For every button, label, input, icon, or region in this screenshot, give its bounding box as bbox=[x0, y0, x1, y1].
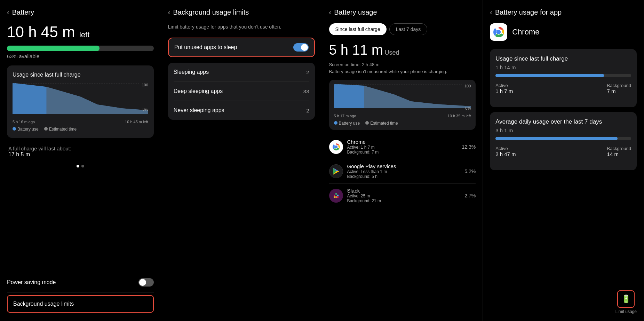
never-sleeping-count: 2 bbox=[306, 108, 309, 113]
deep-sleeping-count: 33 bbox=[303, 88, 309, 94]
slack-detail1: Active: 25 m bbox=[347, 194, 462, 198]
avg-background-label: Background bbox=[607, 146, 631, 151]
avg-active-col: Active 2 h 47 m bbox=[495, 146, 516, 157]
back-nav-app[interactable]: ‹ Battery usage for app bbox=[490, 8, 637, 16]
bg-description: Limit battery usage for apps that you do… bbox=[168, 23, 315, 31]
usage-since-cols: Active 1 h 7 m Background 7 m bbox=[495, 83, 631, 94]
chart-100-label: 100 bbox=[142, 83, 148, 87]
app-item-slack[interactable]: Slack Active: 25 m Background: 21 m 2.7% bbox=[329, 183, 476, 208]
google-play-icon bbox=[329, 164, 343, 178]
bg-limits-label: Background usage limits bbox=[13, 301, 74, 307]
chart-0-label: 0% bbox=[143, 107, 148, 111]
avg-background-value: 14 m bbox=[607, 151, 631, 157]
avg-daily-value: 3 h 1 m bbox=[495, 127, 631, 133]
legend-estimated-dot bbox=[44, 127, 48, 131]
sleeping-apps-count: 2 bbox=[306, 69, 309, 75]
usage-since-value: 1 h 14 m bbox=[495, 64, 631, 70]
limit-usage-action[interactable]: 🔋 Limit usage bbox=[615, 290, 637, 314]
put-sleep-toggle[interactable] bbox=[293, 43, 309, 52]
legend-estimated: Estimated time bbox=[44, 127, 77, 132]
tab-since-charge[interactable]: Since last full charge bbox=[329, 23, 387, 35]
usage-time-big: 5 h 11 m bbox=[329, 42, 383, 57]
usage-since-bar-fill bbox=[495, 74, 604, 77]
usage-chart-card: 100 0% 5 h 17 m ago 10 h 35 m left Batte… bbox=[329, 80, 476, 130]
usage-legend-battery: Battery use bbox=[334, 121, 360, 126]
back-nav-usage[interactable]: ‹ Battery usage bbox=[329, 8, 476, 16]
svg-point-17 bbox=[496, 30, 501, 34]
gplay-info: Google Play services Active: Less than 1… bbox=[347, 163, 462, 179]
usage-since-title: Usage since last full charge bbox=[495, 55, 631, 62]
chrome-detail1: Active: 1 h 7 m bbox=[347, 145, 459, 150]
panel4-title: Battery usage for app bbox=[495, 8, 562, 16]
battery-hours: 10 h 45 m bbox=[7, 23, 75, 40]
chart-time-labels: 5 h 16 m ago 10 h 45 m left bbox=[13, 120, 148, 124]
active-label: Active bbox=[495, 83, 513, 88]
limit-usage-icon-box[interactable]: 🔋 bbox=[617, 290, 635, 308]
chart-time-left: 5 h 16 m ago bbox=[13, 120, 35, 124]
power-saving-toggle[interactable] bbox=[138, 278, 154, 287]
put-sleep-row[interactable]: Put unused apps to sleep bbox=[168, 38, 315, 57]
usage-chart-legend: Battery use Estimated time bbox=[334, 121, 471, 126]
app-large-icon bbox=[490, 23, 507, 41]
gplay-detail1: Active: Less than 1 m bbox=[347, 169, 462, 174]
power-saving-row[interactable]: Power saving mode bbox=[7, 273, 154, 292]
back-nav-battery[interactable]: ‹ Battery bbox=[7, 8, 154, 16]
never-sleeping-apps-item[interactable]: Never sleeping apps 2 bbox=[174, 101, 309, 120]
back-arrow-icon: ‹ bbox=[7, 8, 9, 16]
svg-rect-14 bbox=[337, 196, 339, 198]
active-value: 1 h 7 m bbox=[495, 88, 513, 94]
tab-row: Since last full charge Last 7 days bbox=[329, 23, 476, 35]
full-charge-section: A full charge will last about: 17 h 5 m bbox=[7, 143, 154, 158]
app-header: Chrome bbox=[490, 23, 637, 41]
avg-daily-bar-fill bbox=[495, 137, 618, 140]
usage-time-section: 5 h 11 m Used bbox=[329, 42, 476, 58]
never-sleeping-label: Never sleeping apps bbox=[174, 107, 224, 113]
sleeping-apps-item[interactable]: Sleeping apps 2 bbox=[174, 63, 309, 82]
bg-limits-panel: ‹ Background usage limits Limit battery … bbox=[161, 0, 322, 321]
chrome-percent: 12.3% bbox=[462, 144, 476, 150]
usage-legend-estimated: Estimated time bbox=[365, 121, 398, 126]
slack-detail2: Background: 21 m bbox=[347, 198, 462, 203]
svg-marker-1 bbox=[46, 87, 148, 114]
gplay-percent: 5.2% bbox=[464, 169, 476, 174]
back-arrow-app-icon: ‹ bbox=[490, 8, 492, 16]
put-sleep-label: Put unused apps to sleep bbox=[174, 44, 237, 50]
dots-indicator bbox=[7, 165, 154, 167]
tab-7days[interactable]: Last 7 days bbox=[389, 23, 428, 35]
legend-battery-dot bbox=[13, 127, 16, 131]
limit-usage-icon: 🔋 bbox=[621, 295, 631, 304]
warning-text: Battery usage isn't measured while your … bbox=[329, 69, 476, 75]
deep-sleeping-apps-item[interactable]: Deep sleeping apps 33 bbox=[174, 82, 309, 101]
toggle-thumb bbox=[139, 279, 146, 286]
background-limits-row[interactable]: Background usage limits bbox=[7, 295, 154, 313]
chart-time-right: 10 h 45 m left bbox=[125, 120, 148, 124]
slack-info: Slack Active: 25 m Background: 21 m bbox=[347, 188, 462, 203]
avg-active-label: Active bbox=[495, 146, 516, 151]
usage-chart-100: 100 bbox=[464, 84, 471, 88]
chrome-info: Chrome Active: 1 h 7 m Background: 7 m bbox=[347, 139, 459, 155]
usage-card-title: Usage since last full charge bbox=[13, 72, 148, 78]
avg-active-value: 2 h 47 m bbox=[495, 151, 516, 157]
battery-bar-fill bbox=[7, 46, 100, 51]
full-charge-label: A full charge will last about: bbox=[8, 146, 152, 151]
chrome-detail2: Background: 7 m bbox=[347, 150, 459, 155]
back-nav-bg[interactable]: ‹ Background usage limits bbox=[168, 8, 315, 16]
deep-sleeping-label: Deep sleeping apps bbox=[174, 88, 223, 94]
panel1-title: Battery bbox=[12, 8, 34, 16]
slack-name: Slack bbox=[347, 188, 462, 194]
svg-rect-9 bbox=[334, 195, 335, 196]
app-item-google-play[interactable]: Google Play services Active: Less than 1… bbox=[329, 159, 476, 183]
usage-since-card: Usage since last full charge 1 h 14 m Ac… bbox=[490, 49, 637, 107]
battery-usage-panel: ‹ Battery usage Since last full charge L… bbox=[322, 0, 483, 321]
usage-chart-area: 100 0% bbox=[334, 84, 471, 112]
background-label: Background bbox=[607, 83, 631, 88]
app-item-chrome[interactable]: Chrome Active: 1 h 7 m Background: 7 m 1… bbox=[329, 135, 476, 159]
legend-estimated-dot2 bbox=[365, 121, 369, 125]
battery-percent-label: 63% available bbox=[7, 53, 154, 59]
usage-time-left: 5 h 17 m ago bbox=[334, 114, 356, 118]
svg-rect-13 bbox=[335, 196, 337, 198]
slack-icon bbox=[329, 189, 343, 203]
background-col: Background 7 m bbox=[607, 83, 631, 94]
battery-chart-svg bbox=[13, 83, 148, 114]
battery-left-label: left bbox=[79, 30, 89, 39]
